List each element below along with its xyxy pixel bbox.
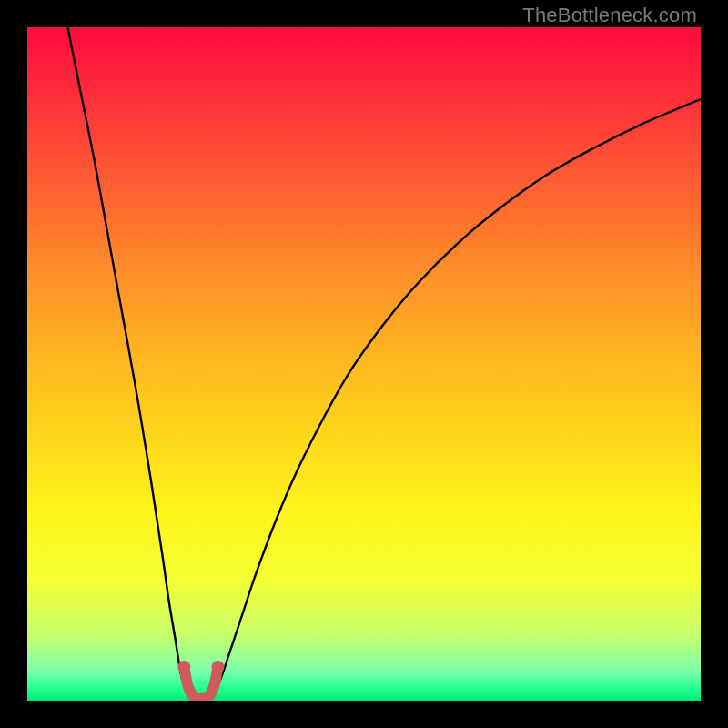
chart-frame <box>27 27 701 701</box>
bottleneck-chart <box>27 27 701 701</box>
watermark-text: TheBottleneck.com <box>522 4 697 27</box>
gradient-background <box>27 27 701 701</box>
marker-endpoint <box>177 661 190 673</box>
marker-endpoint <box>211 661 224 673</box>
